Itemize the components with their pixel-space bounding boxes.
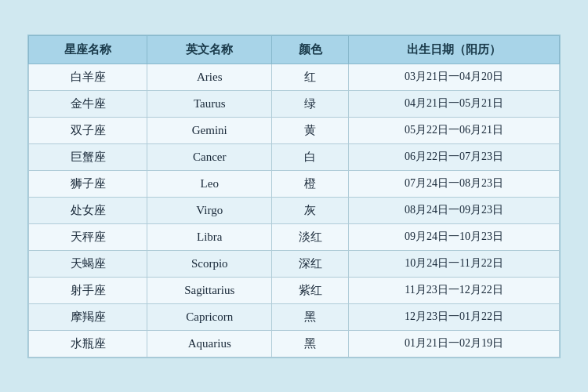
cell-english-name: Gemini (147, 117, 272, 143)
cell-color: 黑 (272, 303, 349, 330)
table-row: 天秤座Libra淡红09月24日一10月23日 (29, 223, 560, 250)
cell-english-name: Aries (147, 64, 272, 90)
cell-chinese-name: 天秤座 (29, 223, 147, 250)
cell-date-range: 11月23日一12月22日 (349, 277, 560, 303)
cell-english-name: Virgo (147, 197, 272, 223)
cell-color: 黄 (272, 117, 349, 143)
cell-date-range: 01月21日一02月19日 (349, 330, 560, 357)
cell-date-range: 06月22日一07月23日 (349, 143, 560, 170)
cell-chinese-name: 双子座 (29, 117, 147, 143)
table-row: 水瓶座Aquarius黑01月21日一02月19日 (29, 330, 560, 357)
cell-chinese-name: 狮子座 (29, 170, 147, 197)
cell-color: 绿 (272, 90, 349, 117)
cell-chinese-name: 巨蟹座 (29, 143, 147, 170)
cell-color: 深红 (272, 250, 349, 277)
cell-chinese-name: 白羊座 (29, 64, 147, 90)
table-row: 双子座Gemini黄05月22日一06月21日 (29, 117, 560, 143)
cell-color: 红 (272, 64, 349, 90)
table-header-row: 星座名称 英文名称 颜色 出生日期（阳历） (29, 35, 560, 64)
cell-color: 淡红 (272, 223, 349, 250)
cell-date-range: 03月21日一04月20日 (349, 64, 560, 90)
cell-english-name: Taurus (147, 90, 272, 117)
cell-date-range: 08月24日一09月23日 (349, 197, 560, 223)
cell-chinese-name: 处女座 (29, 197, 147, 223)
cell-color: 白 (272, 143, 349, 170)
table-row: 处女座Virgo灰08月24日一09月23日 (29, 197, 560, 223)
cell-date-range: 07月24日一08月23日 (349, 170, 560, 197)
cell-english-name: Aquarius (147, 330, 272, 357)
cell-date-range: 12月23日一01月22日 (349, 303, 560, 330)
cell-chinese-name: 天蝎座 (29, 250, 147, 277)
cell-color: 橙 (272, 170, 349, 197)
cell-chinese-name: 射手座 (29, 277, 147, 303)
table-body: 白羊座Aries红03月21日一04月20日金牛座Taurus绿04月21日一0… (29, 64, 560, 357)
table-row: 金牛座Taurus绿04月21日一05月21日 (29, 90, 560, 117)
cell-english-name: Scorpio (147, 250, 272, 277)
cell-date-range: 04月21日一05月21日 (349, 90, 560, 117)
table-row: 天蝎座Scorpio深红10月24日一11月22日 (29, 250, 560, 277)
cell-color: 灰 (272, 197, 349, 223)
table-row: 白羊座Aries红03月21日一04月20日 (29, 64, 560, 90)
cell-color: 紫红 (272, 277, 349, 303)
table-row: 狮子座Leo橙07月24日一08月23日 (29, 170, 560, 197)
zodiac-table-container: 星座名称 英文名称 颜色 出生日期（阳历） 白羊座Aries红03月21日一04… (27, 34, 561, 358)
cell-chinese-name: 水瓶座 (29, 330, 147, 357)
cell-date-range: 10月24日一11月22日 (349, 250, 560, 277)
cell-chinese-name: 摩羯座 (29, 303, 147, 330)
cell-english-name: Cancer (147, 143, 272, 170)
header-chinese-name: 星座名称 (29, 35, 147, 64)
cell-english-name: Libra (147, 223, 272, 250)
header-date-range: 出生日期（阳历） (349, 35, 560, 64)
table-row: 摩羯座Capricorn黑12月23日一01月22日 (29, 303, 560, 330)
header-color: 颜色 (272, 35, 349, 64)
cell-chinese-name: 金牛座 (29, 90, 147, 117)
cell-color: 黑 (272, 330, 349, 357)
cell-english-name: Sagittarius (147, 277, 272, 303)
table-row: 巨蟹座Cancer白06月22日一07月23日 (29, 143, 560, 170)
cell-date-range: 05月22日一06月21日 (349, 117, 560, 143)
cell-english-name: Capricorn (147, 303, 272, 330)
table-row: 射手座Sagittarius紫红11月23日一12月22日 (29, 277, 560, 303)
cell-english-name: Leo (147, 170, 272, 197)
header-english-name: 英文名称 (147, 35, 272, 64)
zodiac-table: 星座名称 英文名称 颜色 出生日期（阳历） 白羊座Aries红03月21日一04… (28, 35, 560, 358)
cell-date-range: 09月24日一10月23日 (349, 223, 560, 250)
